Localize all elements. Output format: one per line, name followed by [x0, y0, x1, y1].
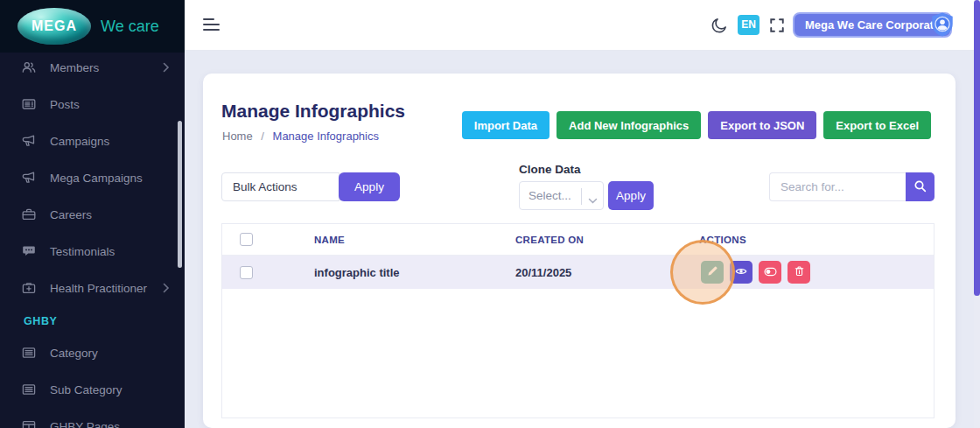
pages-icon — [21, 418, 37, 428]
app-window: MEGA We care Members P — [0, 0, 980, 428]
row-name: infographic title — [303, 266, 504, 279]
toolbar: Import Data Add New Infographics Export … — [462, 111, 931, 139]
select-divider — [581, 188, 582, 205]
row-created-on: 20/11/2025 — [504, 266, 690, 279]
search-icon — [914, 179, 927, 195]
row-checkbox[interactable] — [240, 266, 253, 279]
mega-logo-oval: MEGA — [18, 8, 91, 45]
medkit-icon — [21, 280, 37, 296]
toggle-icon — [764, 266, 777, 279]
clone-apply-button[interactable]: Apply — [608, 181, 654, 210]
user-avatar[interactable] — [929, 11, 956, 38]
language-badge[interactable]: EN — [738, 15, 760, 35]
breadcrumb-current: Manage Infographics — [273, 130, 379, 143]
search-group — [769, 172, 934, 201]
sidebar-item-ghby-pages[interactable]: GHBY Pages — [0, 408, 185, 428]
export-excel-button[interactable]: Export to Excel — [823, 111, 931, 139]
sidebar-item-careers[interactable]: Careers — [0, 196, 185, 233]
list-icon — [21, 382, 37, 397]
clone-data-select[interactable]: Select... — [519, 181, 604, 210]
manage-infographics-card: Manage Infographics Home / Manage Infogr… — [203, 74, 956, 428]
brand-tagline: We care — [101, 18, 159, 36]
bulk-actions-group: Bulk Actions Apply — [221, 172, 400, 201]
import-data-button[interactable]: Import Data — [462, 111, 550, 139]
clone-select-value: Select... — [528, 189, 571, 202]
row-actions — [701, 261, 934, 284]
megaphone-icon — [21, 133, 37, 149]
sidebar-item-posts[interactable]: Posts — [0, 86, 185, 123]
pencil-icon — [707, 265, 718, 279]
sidebar-item-health-practitioner[interactable]: Health Practitioner — [0, 270, 185, 306]
table-header-row: NAME CREATED ON ACTIONS — [222, 224, 934, 256]
chevron-down-icon — [588, 193, 598, 207]
members-icon — [21, 60, 37, 75]
page-scrollbar-thumb[interactable] — [974, 0, 980, 296]
menu-toggle-icon[interactable] — [203, 18, 220, 31]
toggle-visibility-button[interactable] — [759, 261, 781, 284]
sidebar-item-category[interactable]: Category — [0, 334, 185, 371]
brand-logo[interactable]: MEGA We care — [0, 0, 185, 53]
megaphone-icon — [21, 170, 37, 186]
column-header-actions: ACTIONS — [690, 235, 934, 245]
breadcrumb: Home / Manage Infographics — [222, 130, 379, 143]
delete-button[interactable] — [788, 261, 810, 284]
column-header-created-on: CREATED ON — [504, 235, 690, 245]
infographics-table: NAME CREATED ON ACTIONS infographic titl… — [221, 223, 934, 418]
page-scrollbar-track — [974, 0, 980, 428]
edit-button[interactable] — [701, 261, 724, 284]
account-button[interactable]: Mega We Care Corporate — [793, 12, 952, 38]
clone-data-label: Clone Data — [519, 163, 654, 176]
sidebar-item-campaigns[interactable]: Campaigns — [0, 123, 185, 159]
clone-data-group: Clone Data Select... Apply — [519, 163, 654, 210]
page-title: Manage Infographics — [221, 101, 405, 122]
export-json-button[interactable]: Export to JSON — [708, 111, 816, 139]
search-button[interactable] — [906, 172, 934, 201]
bulk-actions-select[interactable]: Bulk Actions — [221, 172, 340, 201]
sidebar-scrollbar[interactable] — [178, 121, 182, 268]
trash-icon — [794, 265, 805, 280]
chevron-right-icon — [163, 62, 170, 73]
sidebar-item-mega-campaigns[interactable]: Mega Campaigns — [0, 159, 185, 196]
table-row: infographic title 20/11/2025 — [222, 256, 934, 289]
sidebar-item-testimonials[interactable]: Testimonials — [0, 233, 185, 270]
sidebar-item-members[interactable]: Members — [0, 49, 185, 86]
search-input[interactable] — [769, 172, 906, 201]
topbar: EN Mega We Care Corporate — [185, 0, 974, 51]
breadcrumb-separator: / — [261, 130, 264, 143]
add-new-infographics-button[interactable]: Add New Infographics — [556, 111, 701, 139]
column-header-name: NAME — [303, 235, 504, 245]
select-all-checkbox[interactable] — [240, 233, 253, 246]
list-icon — [21, 345, 37, 361]
chevron-right-icon — [163, 283, 170, 293]
sidebar-item-sub-category[interactable]: Sub Category — [0, 371, 185, 408]
view-button[interactable] — [730, 261, 752, 284]
sidebar: MEGA We care Members P — [0, 0, 185, 428]
briefcase-icon — [21, 207, 37, 222]
bulk-apply-button[interactable]: Apply — [339, 172, 400, 201]
breadcrumb-home-link[interactable]: Home — [222, 130, 253, 143]
chat-bubble-icon — [21, 243, 37, 259]
eye-icon — [735, 265, 747, 280]
posts-icon — [21, 96, 37, 112]
dark-mode-icon[interactable] — [711, 17, 729, 34]
sidebar-section-ghby: GHBY — [24, 315, 58, 327]
brand-name: MEGA — [32, 18, 77, 34]
fullscreen-icon[interactable] — [769, 18, 785, 33]
